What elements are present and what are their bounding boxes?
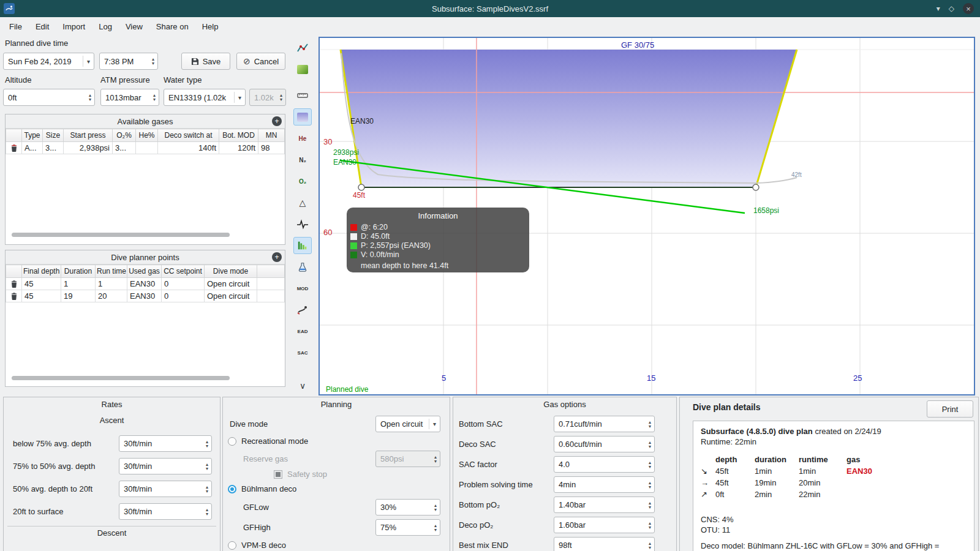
- radio-icon[interactable]: [228, 437, 236, 446]
- scale-graph-icon[interactable]: [293, 39, 312, 56]
- spinner-arrows-icon[interactable]: [204, 508, 210, 516]
- spinner-arrows-icon[interactable]: [150, 57, 156, 66]
- gas-he-cell[interactable]: [136, 142, 158, 154]
- column-header-duration[interactable]: Duration: [61, 265, 96, 278]
- buhlmann-deco-radio[interactable]: Bühlmann deco: [228, 484, 296, 493]
- spinner-arrows-icon[interactable]: [647, 460, 653, 469]
- atm-pressure-spinner[interactable]: 1013mbar: [100, 89, 159, 106]
- column-header-run-time[interactable]: Run time: [96, 265, 127, 278]
- menu-item-file[interactable]: File: [2, 19, 29, 34]
- gas-deco-switch-cell[interactable]: 140ft: [158, 142, 219, 154]
- menu-item-log[interactable]: Log: [92, 19, 119, 34]
- ead-icon[interactable]: EAD: [293, 323, 312, 340]
- radio-checked-icon[interactable]: [228, 485, 236, 493]
- vpmb-deco-radio[interactable]: VPM-B deco: [228, 541, 286, 550]
- column-header-o2[interactable]: O₂%: [113, 129, 136, 142]
- gas-bot-mod-cell[interactable]: 120ft: [219, 142, 258, 154]
- tissues-icon[interactable]: [293, 237, 312, 254]
- sac-factor-spinner[interactable]: 4.0: [554, 456, 655, 473]
- add-gas-button[interactable]: +: [272, 116, 282, 126]
- cancel-button[interactable]: ⊘ Cancel: [236, 53, 285, 70]
- add-planner-point-button[interactable]: +: [272, 252, 282, 262]
- ascent-rate-stops-spinner[interactable]: 30ft/min: [119, 481, 212, 497]
- waypoint-handle[interactable]: [753, 184, 759, 190]
- menu-item-import[interactable]: Import: [56, 19, 92, 34]
- point-mode-cell[interactable]: Open circuit: [205, 278, 257, 290]
- gfhigh-spinner[interactable]: 75%: [375, 519, 440, 536]
- save-button[interactable]: Save: [181, 53, 230, 70]
- problem-solving-time-spinner[interactable]: 4min: [554, 476, 655, 493]
- column-header-used-gas[interactable]: Used gas: [127, 265, 162, 278]
- salinity-icon[interactable]: [293, 258, 312, 276]
- spinner-arrows-icon[interactable]: [432, 503, 439, 512]
- ruler-icon[interactable]: [293, 87, 312, 104]
- spinner-arrows-icon[interactable]: [647, 440, 653, 449]
- recreational-mode-radio[interactable]: Recreational mode: [228, 437, 308, 446]
- column-header-delete[interactable]: [6, 129, 22, 142]
- spinner-arrows-icon[interactable]: [87, 93, 93, 102]
- point-runtime-cell[interactable]: 20: [96, 290, 127, 302]
- ascent-rate-50-spinner[interactable]: 30ft/min: [119, 458, 212, 474]
- column-header-type[interactable]: Type: [22, 129, 43, 142]
- dive-mode-select[interactable]: Open circuit: [375, 416, 440, 432]
- gas-size-cell[interactable]: 3...: [43, 142, 64, 154]
- best-mix-end-spinner[interactable]: 98ft: [554, 537, 655, 551]
- column-header-final-depth[interactable]: Final depth: [22, 265, 61, 278]
- title-bar[interactable]: Subsurface: SampleDivesV2.ssrf ▾ ◇ ×: [0, 0, 980, 17]
- dive-date-select[interactable]: Sun Feb 24, 2019: [3, 53, 94, 70]
- point-setpoint-cell[interactable]: 0: [162, 278, 205, 290]
- menu-item-edit[interactable]: Edit: [29, 19, 56, 34]
- spinner-arrows-icon[interactable]: [151, 93, 157, 102]
- altitude-spinner[interactable]: 0ft: [3, 89, 95, 106]
- point-mode-cell[interactable]: Open circuit: [205, 290, 257, 302]
- gflow-spinner[interactable]: 30%: [375, 499, 440, 515]
- close-icon[interactable]: ×: [963, 3, 974, 14]
- shade-icon[interactable]: ▾: [937, 3, 940, 14]
- deco-sac-spinner[interactable]: 0.60cuft/min: [554, 436, 655, 452]
- column-header-he[interactable]: He%: [136, 129, 158, 142]
- spinner-arrows-icon[interactable]: [432, 523, 439, 532]
- menu-item-share-on[interactable]: Share on: [149, 19, 195, 34]
- point-depth-cell[interactable]: 45: [22, 290, 61, 302]
- dropdown-arrow-icon[interactable]: [234, 92, 244, 103]
- spinner-arrows-icon[interactable]: [647, 420, 653, 429]
- dive-profile-chart[interactable]: GF 30/75 EAN30 2938psi EAN30 45ft 1658ps…: [318, 37, 975, 395]
- dropdown-arrow-icon[interactable]: [83, 56, 92, 67]
- column-header-size[interactable]: Size: [43, 129, 64, 142]
- point-runtime-cell[interactable]: 1: [96, 278, 127, 290]
- po2-threshold-icon[interactable]: △: [293, 194, 312, 211]
- spinner-arrows-icon[interactable]: [647, 501, 653, 509]
- gas-row[interactable]: A... 3... 2,938psi 3... 140ft 120ft 98: [6, 142, 285, 154]
- radio-icon[interactable]: [228, 541, 236, 550]
- gas-type-cell[interactable]: A...: [22, 142, 43, 154]
- horizontal-scrollbar[interactable]: [12, 376, 230, 380]
- gas-mnd-cell[interactable]: 98: [258, 142, 285, 154]
- column-header-delete[interactable]: [6, 265, 22, 278]
- spinner-arrows-icon[interactable]: [204, 440, 210, 448]
- gas-o2-cell[interactable]: 3...: [113, 142, 136, 154]
- diver-icon[interactable]: [293, 301, 312, 318]
- column-header-dive-mode[interactable]: Dive mode: [205, 265, 257, 278]
- water-type-select[interactable]: EN13319 (1.02k: [164, 89, 246, 106]
- spinner-arrows-icon[interactable]: [647, 521, 653, 530]
- dive-time-spinner[interactable]: 7:38 PM: [99, 53, 158, 70]
- ascent-rate-surface-spinner[interactable]: 30ft/min: [119, 503, 212, 520]
- helium-graph-icon[interactable]: He: [293, 130, 312, 147]
- delete-point-icon[interactable]: [6, 278, 22, 290]
- waypoint-handle[interactable]: [358, 184, 364, 190]
- column-header-deco-switch[interactable]: Deco switch at: [158, 129, 219, 142]
- planner-point-row[interactable]: 45 19 20 EAN30 0 Open circuit: [6, 290, 285, 302]
- point-duration-cell[interactable]: 1: [61, 278, 96, 290]
- bottom-sac-spinner[interactable]: 0.71cuft/min: [554, 416, 655, 432]
- dropdown-arrow-icon[interactable]: [429, 419, 439, 430]
- sac-icon[interactable]: SAC: [293, 344, 312, 361]
- oxygen-graph-icon[interactable]: O₂: [293, 173, 312, 190]
- mod-icon[interactable]: MOD: [293, 280, 312, 297]
- spinner-arrows-icon[interactable]: [204, 485, 210, 493]
- print-button[interactable]: Print: [927, 400, 973, 418]
- info-tooltip[interactable]: Information @: 6:20 D: 45.0ft P: 2,557ps…: [347, 208, 529, 272]
- ceiling-icon[interactable]: [293, 108, 312, 126]
- delete-point-icon[interactable]: [6, 290, 22, 302]
- menu-item-view[interactable]: View: [119, 19, 149, 34]
- delete-gas-icon[interactable]: [6, 142, 22, 154]
